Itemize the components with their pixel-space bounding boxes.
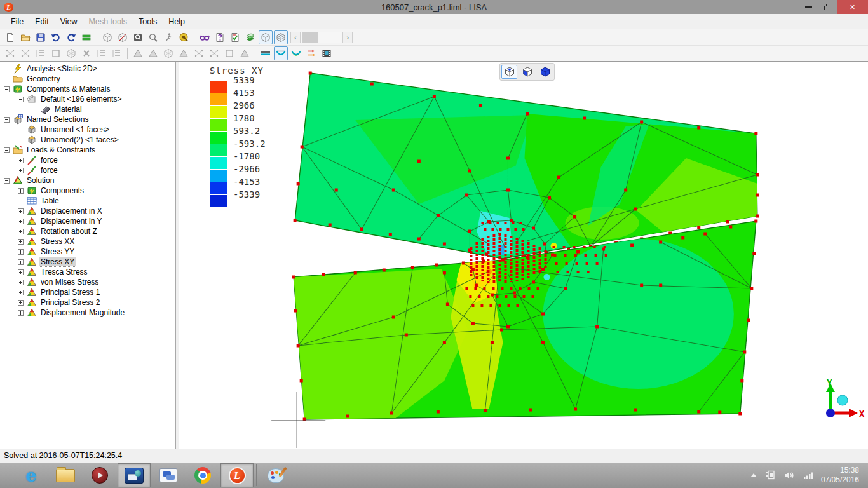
expand-expander[interactable] (18, 259, 24, 265)
tree-item-named-selections[interactable]: Named Selections (0, 114, 175, 125)
expand-expander[interactable] (18, 219, 24, 224)
redo-icon[interactable] (64, 30, 78, 44)
add-node-icon[interactable] (18, 46, 32, 60)
close-button[interactable]: × (837, 0, 868, 14)
deformed-shaded-icon[interactable] (289, 46, 303, 60)
taskbar-paint[interactable] (259, 463, 292, 487)
tree-item-solution-components[interactable]: Components (0, 186, 175, 196)
taskbar-remote-desktop[interactable] (118, 463, 151, 487)
tree-item-displacement-x[interactable]: Displacement in X (0, 206, 175, 216)
tree-item-default-component[interactable]: Default <196 elements> (0, 94, 175, 104)
tree-item-unnamed-1[interactable]: Unnamed <1 faces> (0, 125, 175, 135)
help-document-icon[interactable] (213, 30, 227, 44)
menu-help[interactable]: Help (163, 15, 191, 29)
walk-view-icon[interactable] (161, 30, 175, 44)
node-path-icon[interactable] (34, 46, 48, 60)
undeformed-view-icon[interactable] (259, 46, 273, 60)
expand-expander[interactable] (18, 290, 24, 295)
tree-item-solution[interactable]: Solution (0, 175, 175, 186)
viewport[interactable]: Y X Stress XY 5339 4153 2966 1780 593.2 … (179, 62, 868, 449)
wireframe-cube-view[interactable] (501, 65, 517, 79)
zoom-window-icon[interactable] (131, 30, 145, 44)
step-thumb[interactable] (302, 32, 318, 43)
mesh-view-button[interactable] (274, 30, 288, 44)
step-track[interactable] (301, 32, 342, 43)
polyhedron-icon[interactable] (64, 46, 78, 60)
expand-expander[interactable] (18, 208, 24, 214)
tree-item-rotation-z[interactable]: Rotation about Z (0, 226, 175, 236)
mirror-icon[interactable] (177, 46, 191, 60)
triangle-outline-icon[interactable] (238, 46, 252, 60)
hidden-line-cube-view[interactable] (519, 65, 535, 79)
expand-expander[interactable] (18, 300, 24, 306)
measure-icon[interactable] (177, 30, 191, 44)
collapse-expander[interactable] (4, 178, 10, 184)
expand-expander[interactable] (18, 269, 24, 275)
tree-item-unnamed-2[interactable]: Unnamed(2) <1 faces> (0, 135, 175, 145)
step-back-icon[interactable]: ‹ (290, 32, 301, 43)
new-file-icon[interactable] (3, 30, 17, 44)
expand-expander[interactable] (18, 158, 24, 163)
tree-item-components-materials[interactable]: Components & Materials (0, 84, 175, 94)
expand-expander[interactable] (18, 168, 24, 173)
expand-expander[interactable] (18, 310, 24, 316)
rectangle-icon[interactable] (49, 46, 63, 60)
shaded-view-button[interactable] (259, 30, 273, 44)
undo-icon[interactable] (49, 30, 63, 44)
tree-item-principal-2[interactable]: Principal Stress 2 (0, 297, 175, 308)
swap-image-icon[interactable] (222, 46, 236, 60)
step-forward-icon[interactable]: › (342, 32, 353, 43)
tree-item-stress-xy[interactable]: Stress XY (0, 257, 175, 267)
tree-item-displacement-magnitude[interactable]: Displacement Magnitude (0, 308, 175, 318)
tree-item-geometry[interactable]: Geometry (0, 74, 175, 84)
minimize-button[interactable] (799, 0, 818, 14)
open-file-icon[interactable] (18, 30, 32, 44)
restore-button[interactable] (818, 0, 837, 14)
network-signal-icon[interactable] (803, 470, 814, 480)
expand-expander[interactable] (18, 229, 24, 234)
dots-icon[interactable] (207, 46, 221, 60)
node-sequence-icon[interactable] (95, 46, 109, 60)
taskbar-internet-explorer[interactable]: e (15, 463, 48, 487)
triangle-modify-icon[interactable] (146, 46, 160, 60)
viewport-canvas[interactable]: Y X (179, 62, 868, 449)
extrude-icon[interactable] (161, 46, 175, 60)
save-icon[interactable] (34, 30, 48, 44)
animation-icon[interactable] (320, 46, 334, 60)
taskbar-file-explorer[interactable] (49, 463, 82, 487)
solid-cube-view[interactable] (537, 65, 553, 79)
menu-view[interactable]: View (55, 15, 83, 29)
tree-item-material[interactable]: Material (0, 104, 175, 114)
deformed-view-icon[interactable] (274, 46, 288, 60)
taskbar-media-player[interactable] (83, 463, 116, 487)
element-sequence-icon[interactable] (110, 46, 124, 60)
expand-expander[interactable] (18, 188, 24, 194)
triangle-up-icon[interactable] (131, 46, 145, 60)
scatter-nodes-icon[interactable] (3, 46, 17, 60)
collapse-expander[interactable] (4, 117, 10, 123)
tree-item-table[interactable]: Table (0, 196, 175, 206)
tree-item-stress-yy[interactable]: Stress YY (0, 247, 175, 257)
rotate-cube-axes-icon[interactable] (116, 30, 130, 44)
taskbar-clock[interactable]: 15:38 07/05/2016 (821, 466, 859, 485)
tree-item-displacement-y[interactable]: Displacement in Y (0, 216, 175, 226)
taskbar-lisa[interactable]: L (220, 463, 254, 487)
expand-expander[interactable] (18, 239, 24, 245)
battery-icon[interactable] (765, 470, 776, 480)
tree-item-loads-constraints[interactable]: Loads & Constraints (0, 145, 175, 155)
collapse-expander[interactable] (18, 97, 24, 102)
list-green-icon[interactable] (79, 30, 93, 44)
menu-edit[interactable]: Edit (29, 15, 55, 29)
collapse-expander[interactable] (4, 86, 10, 92)
tree-item-force-2[interactable]: force (0, 165, 175, 175)
tree-item-stress-xx[interactable]: Stress XX (0, 236, 175, 247)
show-hidden-icon[interactable] (749, 471, 758, 479)
branch-icon[interactable] (192, 46, 206, 60)
view-glasses-icon[interactable] (198, 30, 212, 44)
tree-item-principal-1[interactable]: Principal Stress 1 (0, 287, 175, 297)
zoom-icon[interactable] (146, 30, 160, 44)
layers-icon[interactable] (243, 30, 257, 44)
expand-expander[interactable] (18, 280, 24, 285)
delete-element-icon[interactable] (79, 46, 93, 60)
report-document-icon[interactable] (228, 30, 242, 44)
